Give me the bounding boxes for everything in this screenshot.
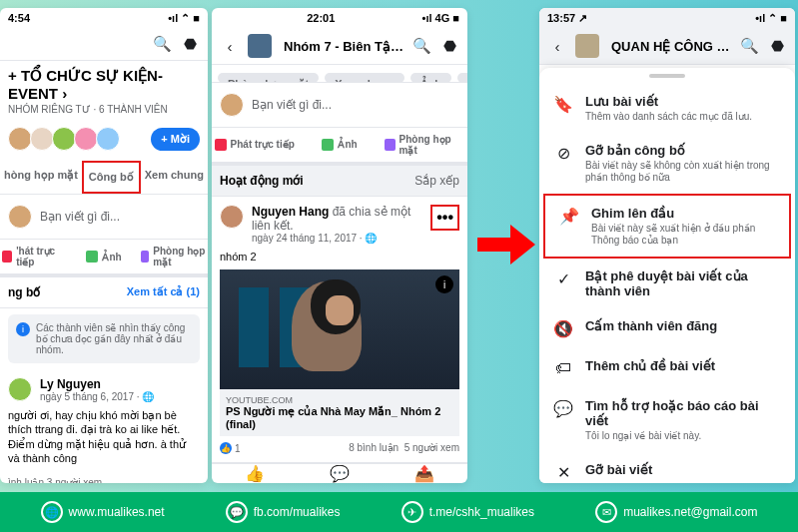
link-title: PS Người mẹ của Nhà May Mắn_ Nhóm 2 (fin…: [226, 405, 453, 430]
menu-item-2[interactable]: 📌Ghim lên đầuBài viết này sẽ xuất hiện ở…: [543, 194, 791, 259]
chip-watch[interactable]: Xem chung: [325, 73, 403, 83]
top-nav: 🔍 ⬣: [0, 28, 208, 61]
poster-name[interactable]: Ly Nguyen: [40, 377, 154, 391]
invite-button[interactable]: + Mời: [151, 128, 200, 151]
group-avatar[interactable]: [575, 34, 599, 58]
tab-announcements[interactable]: Công bố: [82, 161, 141, 194]
room-button[interactable]: Phòng họp mặt: [139, 240, 208, 273]
chip-photos[interactable]: Ảnh: [410, 73, 451, 83]
post-menu-button[interactable]: •••: [430, 205, 459, 231]
arrow-indicator: [477, 225, 537, 265]
back-icon[interactable]: ‹: [220, 36, 240, 56]
info-icon: i: [16, 322, 30, 336]
member-avatars[interactable]: + Mời: [0, 123, 208, 161]
search-icon[interactable]: 🔍: [739, 36, 759, 56]
phone-3: 13:57 ↗ •ıl ⌃ ■ ‹ QUAN HỆ CÔNG CH... 🔍 ⬣…: [539, 8, 795, 483]
menu-title: Lưu bài viết: [585, 94, 781, 109]
group-title[interactable]: + TỔ CHỨC SỰ KIỆN- EVENT ›: [0, 61, 208, 104]
status-indicators: •ıl ⌃ ■: [168, 12, 200, 25]
link-preview[interactable]: YOUTUBE.COM PS Người mẹ của Nhà May Mắn_…: [220, 389, 459, 436]
group-title[interactable]: Nhóm 7 - Biên Tập Tr...: [284, 39, 403, 54]
back-icon[interactable]: ‹: [547, 36, 567, 56]
menu-item-1[interactable]: ⊘Gỡ bản công bốBài viết này sẽ không còn…: [539, 133, 795, 194]
menu-icon: ✕: [553, 462, 573, 482]
chip-rooms[interactable]: Phòng họp mặt: [218, 73, 319, 83]
sheet-handle[interactable]: [649, 74, 685, 78]
activity-label: Hoạt động mới: [220, 174, 304, 188]
search-icon[interactable]: 🔍: [152, 34, 172, 54]
poster-avatar[interactable]: [220, 205, 244, 229]
tab-rooms[interactable]: hòng họp mặt: [0, 161, 82, 194]
menu-item-5[interactable]: 🏷Thêm chủ đề bài viết: [539, 348, 795, 388]
avatar[interactable]: [52, 127, 76, 151]
search-icon[interactable]: 🔍: [411, 36, 431, 56]
photo-button[interactable]: Ảnh: [69, 240, 138, 273]
footer-mail[interactable]: ✉mualikes.net@gmail.com: [595, 501, 757, 523]
post-actions: 👍 💬 📤: [212, 463, 467, 483]
like-count[interactable]: 👍1: [220, 442, 241, 454]
poster-name[interactable]: Nguyen Hang đã chia sẻ một liên kết.: [252, 205, 422, 233]
menu-icon: 💬: [553, 398, 573, 418]
composer-actions: 'hát trực tiếp Ảnh Phòng họp mặt: [0, 240, 208, 277]
see-all-link[interactable]: Xem tất cả (1): [127, 285, 200, 299]
composer[interactable]: Bạn viết gì đi...: [212, 83, 467, 128]
status-bar: 22:01 •ıl 4G ■: [212, 8, 467, 28]
chip-events[interactable]: Sự k: [457, 73, 467, 83]
room-button[interactable]: Phòng họp mặt: [383, 128, 467, 162]
menu-item-4[interactable]: 🔇Cấm thành viên đăng: [539, 308, 795, 348]
status-time: 13:57 ↗: [547, 12, 587, 25]
group-avatar[interactable]: [248, 34, 272, 58]
group-subtitle: NHÓM RIÊNG TƯ · 6 THÀNH VIÊN: [0, 104, 208, 123]
phone-2: 22:01 •ıl 4G ■ ‹ Nhóm 7 - Biên Tập Tr...…: [212, 8, 467, 483]
menu-title: Gỡ bản công bố: [585, 143, 781, 158]
avatar[interactable]: [74, 127, 98, 151]
shield-icon[interactable]: ⬣: [180, 34, 200, 54]
like-button[interactable]: 👍: [212, 464, 297, 483]
composer-placeholder: Bạn viết gì đi...: [40, 210, 200, 224]
post-video-thumb[interactable]: i: [220, 269, 459, 389]
post-stats: ình luận 3 người xem: [8, 471, 200, 483]
announce-label: ng bố: [8, 285, 40, 299]
footer-fb[interactable]: 💬fb.com/mualikes: [226, 501, 341, 523]
footer-web[interactable]: 🌐www.mualikes.net: [41, 501, 165, 523]
group-title[interactable]: QUAN HỆ CÔNG CH...: [611, 39, 731, 54]
action-sheet: 🔖Lưu bài viếtThêm vào danh sách các mục …: [539, 68, 795, 483]
avatar[interactable]: [96, 127, 120, 151]
live-button[interactable]: 'hát trực tiếp: [0, 240, 69, 273]
composer-placeholder: Bạn viết gì đi...: [252, 98, 459, 112]
menu-item-6[interactable]: 💬Tìm hỗ trợ hoặc báo cáo bài viếtTôi lo …: [539, 388, 795, 452]
photo-icon: [322, 139, 334, 151]
status-indicators: •ıl ⌃ ■: [755, 12, 787, 25]
menu-icon: 📌: [559, 206, 579, 226]
sort-button[interactable]: Sắp xếp: [414, 174, 459, 188]
filter-chips: Phòng họp mặt Xem chung Ảnh Sự k: [212, 65, 467, 83]
menu-item-0[interactable]: 🔖Lưu bài viếtThêm vào danh sách các mục …: [539, 84, 795, 133]
status-bar: 4:54 •ıl ⌃ ■: [0, 8, 208, 28]
comment-button[interactable]: 💬: [297, 464, 382, 483]
composer[interactable]: Bạn viết gì đi...: [0, 195, 208, 240]
menu-subtitle: Tôi lo ngại về bài viết này.: [585, 430, 781, 442]
footer-telegram[interactable]: ✈t.me/cshk_mualikes: [401, 501, 534, 523]
messenger-icon: 💬: [226, 501, 248, 523]
menu-icon: 🏷: [553, 358, 573, 378]
status-time: 22:01: [307, 12, 335, 24]
post-date: ngày 24 tháng 11, 2017 · 🌐: [252, 233, 422, 244]
avatar[interactable]: [30, 127, 54, 151]
menu-item-3[interactable]: ✓Bật phê duyệt bài viết của thành viên: [539, 259, 795, 308]
branding-footer: 🌐www.mualikes.net 💬fb.com/mualikes ✈t.me…: [0, 492, 798, 532]
send-button[interactable]: 📤: [383, 464, 467, 483]
poster-avatar[interactable]: [8, 377, 32, 401]
shield-icon[interactable]: ⬣: [439, 36, 459, 56]
menu-title: Gỡ bài viết: [585, 462, 781, 477]
avatar[interactable]: [8, 127, 32, 151]
top-nav: ‹ QUAN HỆ CÔNG CH... 🔍 ⬣: [539, 28, 795, 65]
info-badge[interactable]: i: [435, 275, 453, 293]
photo-button[interactable]: Ảnh: [297, 128, 382, 162]
live-button[interactable]: Phát trực tiếp: [212, 128, 297, 162]
menu-title: Bật phê duyệt bài viết của thành viên: [585, 268, 781, 298]
feed-post: Nguyen Hang đã chia sẻ một liên kết. ngà…: [212, 197, 467, 463]
tab-watch-together[interactable]: Xem chung: [141, 161, 208, 194]
shield-icon[interactable]: ⬣: [767, 36, 787, 56]
mail-icon: ✉: [595, 501, 617, 523]
menu-item-7[interactable]: ✕Gỡ bài viết: [539, 452, 795, 483]
